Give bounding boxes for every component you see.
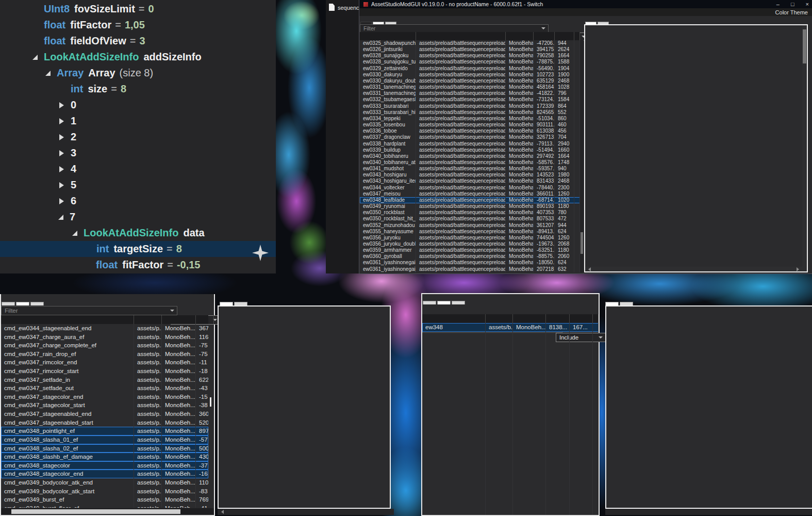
dump-textbox[interactable] <box>605 305 812 509</box>
tree-row[interactable]: LookAtAddSizeInfo addSizeInfo <box>0 49 276 65</box>
asset-row[interactable]: ew0343_hoshigaru assets/preload/battlese… <box>360 172 580 178</box>
asset-row[interactable]: ew0361_iyashinonegai assets/preload/batt… <box>360 260 580 266</box>
tree-row[interactable]: float fitFactor = 1,05 <box>0 17 276 33</box>
scrollbar-thumb[interactable] <box>210 397 211 407</box>
asset-row[interactable]: ew0335_tosenbou assets/preload/battleseq… <box>360 122 580 128</box>
tree-row[interactable]: 1 <box>0 113 276 129</box>
asset-row[interactable]: cmd_ew0347_stageenabled_start assets/p..… <box>1 418 208 427</box>
asset-row[interactable]: ew0330_dakuryu assets/preload/battlesequ… <box>360 72 580 78</box>
asset-row[interactable]: ew0326_jintsuriki assets/preload/battles… <box>360 46 580 53</box>
tree-expander-icon[interactable] <box>59 118 71 124</box>
asset-row[interactable]: ew0329_zettaireido assets/preload/battle… <box>360 66 580 72</box>
asset-row[interactable]: ew0331_tanemachinegun assets/preload/bat… <box>360 84 580 90</box>
asset-row[interactable]: cmd_ew0347_setfade_out assets/p... MonoB… <box>1 384 208 393</box>
asset-row[interactable]: cmd_ew0349_bodycolor_atk_start assets/p.… <box>1 487 208 496</box>
column-header[interactable] <box>360 32 416 40</box>
preview-dump-tab[interactable] <box>605 302 619 305</box>
scroll-left-icon[interactable] <box>219 510 224 514</box>
asset-row[interactable]: ew0347_meisou assets/preload/battleseque… <box>360 191 580 197</box>
filter-input[interactable]: Filter <box>1 306 177 315</box>
asset-row[interactable]: ew0356_juryoku assets/preload/battlesequ… <box>360 235 580 241</box>
asset-row[interactable]: ew0361_iyashinonegai_heal assets/preload… <box>360 266 580 272</box>
asset-row[interactable]: ew0359_armhammer assets/preload/battlese… <box>360 247 580 253</box>
asset-row[interactable]: cmd_ew0347_rain_drop_ef assets/p... Mono… <box>1 350 208 359</box>
tree-row[interactable]: 5 <box>0 177 276 193</box>
tree-row[interactable]: Array Array (size 8) <box>0 65 276 81</box>
tree-expander-icon[interactable] <box>59 198 71 204</box>
tree-expander-icon[interactable] <box>72 231 84 236</box>
asset-row[interactable]: ew0339_buildup assets/preload/battlesequ… <box>360 147 580 153</box>
column-header[interactable] <box>416 32 506 40</box>
asset-row[interactable]: cmd_ew0348_slasha_02_ef assets/p... Mono… <box>1 444 208 453</box>
column-header[interactable] <box>546 314 570 323</box>
horizontal-scrollbar[interactable] <box>605 509 812 515</box>
asset-row[interactable]: cmd_ew0347_rimcolor_end assets/p... Mono… <box>1 358 208 367</box>
asset-row[interactable]: cmd_ew0347_stageenabled_end assets/p... … <box>1 410 208 418</box>
tree-row[interactable]: 4 <box>0 161 276 177</box>
asset-row[interactable]: ew0343_hoshigaru_item assets/preload/bat… <box>360 178 580 184</box>
tree-row[interactable]: LookAtAddSizeInfo data <box>0 225 276 241</box>
dump-textbox[interactable] <box>218 305 391 509</box>
panel-tab[interactable] <box>452 301 465 304</box>
horizontal-scrollbar[interactable] <box>585 267 802 271</box>
asset-row[interactable]: cmd_ew0344_stageenabled_end assets/p... … <box>1 324 208 333</box>
asset-row[interactable]: cmd_ew0348_slasha_01_ef assets/p... Mono… <box>1 436 208 444</box>
column-header[interactable] <box>513 314 546 323</box>
asset-row[interactable]: ew0356_juryoku_double assets/preload/bat… <box>360 241 580 247</box>
color-theme-menu[interactable]: Color Theme <box>775 8 808 16</box>
panel-tab[interactable] <box>30 302 44 305</box>
scroll-right-icon[interactable] <box>797 267 801 271</box>
asset-row[interactable]: ew0360_gyroball assets/preload/battleseq… <box>360 253 580 260</box>
column-header[interactable] <box>134 315 162 324</box>
asset-row[interactable]: ew0350_rockblast assets/preload/battlese… <box>360 209 580 216</box>
asset-row[interactable]: ew348 assets/b... MonoBeh... 8138... 167… <box>422 323 599 332</box>
asset-row[interactable]: cmd_ew0348_slashb_ef_damage assets/p... … <box>1 453 208 461</box>
title-bar[interactable]: AssetStudioModGUI v0.19.0.0 - no product… <box>359 0 812 8</box>
maximize-button[interactable]: □ <box>791 1 794 7</box>
asset-row[interactable]: ew0340_tobihaneru_attack assets/preload/… <box>360 159 580 166</box>
asset-row[interactable]: ew0355_haneyasume assets/preload/battles… <box>360 229 580 235</box>
column-header[interactable] <box>422 314 486 323</box>
tree-row[interactable]: 2 <box>0 129 276 145</box>
scroll-left-icon[interactable] <box>586 267 591 271</box>
asset-row[interactable]: ew0348_leafblade assets/preload/battlese… <box>360 197 580 203</box>
tree-expander-icon[interactable] <box>58 215 70 220</box>
tree-row[interactable]: 6 <box>0 193 276 209</box>
tree-expander-icon[interactable] <box>59 150 71 156</box>
scrollbar-thumb[interactable] <box>581 232 583 254</box>
asset-row[interactable]: ew0333_tsurarabari_hit_only assets/prelo… <box>360 109 580 116</box>
asset-row[interactable]: cmd_ew0347_charge_complete_ef assets/p..… <box>1 341 208 350</box>
column-header[interactable] <box>593 314 599 323</box>
tree-row[interactable]: float fitFactor = -0,15 <box>0 257 276 273</box>
asset-row[interactable]: ew0350_rockblast_hit_only assets/preload… <box>360 216 580 222</box>
filter-input[interactable]: Filter <box>360 24 549 33</box>
asset-row[interactable]: ew0333_tsurarabari assets/preload/battle… <box>360 103 580 109</box>
tree-expander-icon[interactable] <box>59 134 71 140</box>
tree-expander-icon[interactable] <box>59 182 71 188</box>
asset-row[interactable]: ew0334_teppeki assets/preload/battlesequ… <box>360 116 580 122</box>
asset-row[interactable]: ew0344_voltecker assets/preload/battlese… <box>360 185 580 191</box>
panel-tab[interactable] <box>423 301 436 304</box>
tree-row[interactable]: 7 <box>0 209 276 225</box>
panel-tab[interactable] <box>16 302 29 305</box>
asset-row[interactable]: cmd_ew0348_pointlight_ef assets/p... Mon… <box>1 427 208 436</box>
tree-expander-icon[interactable] <box>45 71 57 76</box>
dump-textbox[interactable] <box>584 24 808 272</box>
tree-expander-icon[interactable] <box>59 166 71 172</box>
column-header[interactable] <box>486 314 513 323</box>
scrollbar-thumb[interactable] <box>11 509 180 514</box>
asset-row[interactable]: ew0330_dakuryu_double assets/preload/bat… <box>360 78 580 84</box>
asset-row[interactable]: ew0340_tobihaneru assets/preload/battles… <box>360 153 580 159</box>
tree-row[interactable]: UInt8 fovSizeLimit = 0 <box>0 1 276 17</box>
tree-row[interactable]: float fieldOfView = 3 <box>0 33 276 49</box>
column-header[interactable] <box>196 315 214 324</box>
tree-expander-icon[interactable] <box>59 102 71 108</box>
horizontal-scrollbar[interactable] <box>1 508 214 515</box>
asset-row[interactable]: ew0328_sunajigoku assets/preload/battles… <box>360 53 580 59</box>
preview-dump-tab[interactable] <box>620 302 633 305</box>
asset-row[interactable]: cmd_ew0349_bodycolor_atk_end assets/p...… <box>1 478 208 487</box>
sequence-file-item[interactable]: sequence <box>338 5 362 11</box>
asset-row[interactable]: cmd_ew0347_stagecolor_end assets/p... Mo… <box>1 393 208 401</box>
column-header[interactable] <box>570 314 593 323</box>
column-header[interactable] <box>506 32 534 40</box>
